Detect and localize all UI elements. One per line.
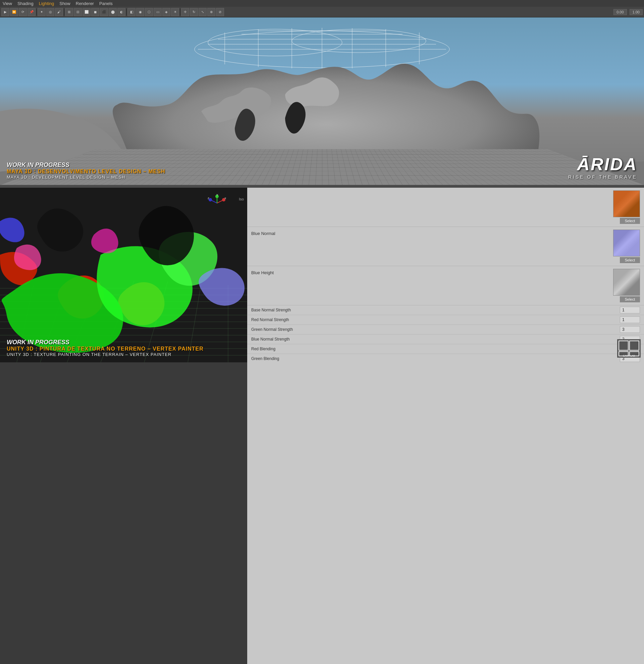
orange-thumb: [613, 190, 640, 217]
menu-shading[interactable]: Shading: [17, 1, 34, 6]
property-row: Green Normal Strength 3: [247, 325, 644, 334]
cylinder-icon[interactable]: ⬡: [145, 8, 153, 16]
property-label: Red Normal Strength: [251, 317, 620, 322]
material-icon[interactable]: ◐: [117, 8, 125, 16]
arida-subtitle: RISE OF THE BRAVE: [568, 174, 637, 180]
maya-toolbar: ▶ ⏩ ⟳ 📌 ✦ ◎ 🖌 ⊞ ⊟ ⬜ ◼ ⬛ ⬤ ◐ ◧ ◉ ⬡ ▭ ◈ ☀ …: [0, 7, 644, 17]
maya-overlay: WORK IN PROGRESS MAYA 3D : DESENVOLVIMEN…: [0, 149, 644, 185]
iso-label: Iso: [239, 197, 244, 201]
property-row: Blue Normal Strength 2: [247, 334, 644, 344]
maya-menubar: View Shading Lighting Show Renderer Pane…: [0, 0, 644, 7]
cube-icon[interactable]: ◧: [127, 8, 136, 16]
blue-height-thumb: [613, 269, 640, 296]
smooth-icon[interactable]: ⬛: [100, 8, 108, 16]
property-label: Red Blending: [251, 347, 620, 351]
unity-subtitle-orange: UNITY 3D : PINTURA DE TEXTURA NO TERRENO…: [7, 346, 241, 352]
unity-overlay: WORK IN PROGRESS UNITY 3D : PINTURA DE T…: [0, 333, 247, 362]
scale-icon[interactable]: ⤡: [199, 8, 207, 16]
blue-normal-select-button[interactable]: Select: [620, 257, 640, 263]
snap-icon[interactable]: ⊕: [207, 8, 215, 16]
property-label: Green Blending: [251, 356, 620, 361]
menu-panels[interactable]: Panels: [99, 1, 113, 6]
textured-icon[interactable]: ◼: [91, 8, 99, 16]
menu-show[interactable]: Show: [59, 1, 71, 6]
tool-icon-2[interactable]: ⏩: [10, 8, 18, 16]
separator-3: [126, 9, 127, 16]
move-icon[interactable]: ✛: [181, 8, 189, 16]
menu-view[interactable]: View: [3, 1, 12, 6]
panel-scroll[interactable]: Select Blue Normal Select Blue Height Se…: [247, 188, 644, 362]
separator-2: [64, 9, 64, 16]
maya-subtitle-orange: MAYA 3D : DESENVOLVIMENTO LEVEL DESIGN –…: [7, 169, 165, 174]
axis-svg: X Z Y: [207, 193, 227, 213]
property-row: Green Blending 3: [247, 354, 644, 362]
property-value: 3: [620, 326, 640, 333]
property-label: Green Normal Strength: [251, 327, 620, 332]
wip-label: WORK IN PROGRESS: [7, 162, 165, 169]
tool-icon-4[interactable]: 📌: [27, 8, 36, 16]
unity-viewport: X Z Y Iso WORK IN PROGRESS UNITY 3D : PI…: [0, 188, 247, 362]
rotate-icon[interactable]: ↻: [190, 8, 198, 16]
orange-label: [251, 190, 610, 192]
property-label: Blue Normal Strength: [251, 337, 620, 341]
light-icon[interactable]: ⬤: [109, 8, 117, 16]
lasso-icon[interactable]: ◎: [46, 8, 54, 16]
right-panel-extra: [247, 362, 644, 664]
unity-subtitle-white: UNITY 3D : TEXTURE PAINTING ON THE TERRA…: [7, 352, 241, 357]
menu-lighting[interactable]: Lighting: [39, 1, 54, 6]
maya-section: View Shading Lighting Show Renderer Pane…: [0, 0, 644, 188]
separator-4: [180, 9, 180, 16]
svg-text:GAME LAB: GAME LAB: [623, 355, 635, 357]
unity-section: X Z Y Iso WORK IN PROGRESS UNITY 3D : PI…: [0, 188, 247, 664]
nurbs-icon[interactable]: ◈: [162, 8, 170, 16]
grid-icon[interactable]: ⊞: [65, 8, 73, 16]
paint-icon[interactable]: 🖌: [55, 8, 63, 16]
blue-height-label: Blue Height: [251, 269, 610, 275]
property-label: Base Normal Strength: [251, 308, 620, 312]
svg-text:X: X: [224, 197, 226, 200]
value-input-2[interactable]: 1.00: [629, 9, 643, 15]
maya-viewport: WORK IN PROGRESS MAYA 3D : DESENVOLVIMEN…: [0, 17, 644, 185]
property-row: Red Blending 2: [247, 344, 644, 354]
property-row: Red Normal Strength 1: [247, 315, 644, 325]
property-rows: Base Normal Strength 1 Red Normal Streng…: [247, 305, 644, 362]
history-icon[interactable]: ⊘: [216, 8, 224, 16]
right-panel: Select Blue Normal Select Blue Height Se…: [247, 188, 644, 664]
arida-logo: ĀRIDA RISE OF THE BRAVE: [568, 154, 637, 180]
arida-title: ĀRIDA: [568, 154, 637, 174]
solid-icon[interactable]: ⬜: [82, 8, 90, 16]
tool-icon-3[interactable]: ⟳: [19, 8, 27, 16]
bottom-section: X Z Y Iso WORK IN PROGRESS UNITY 3D : PI…: [0, 188, 644, 664]
gamelab-logo: GAME LAB: [617, 339, 641, 359]
property-row: Base Normal Strength 1: [247, 305, 644, 315]
sphere-icon[interactable]: ◉: [136, 8, 144, 16]
blue-normal-thumb: [613, 230, 640, 256]
blue-height-slot: Blue Height Select: [247, 266, 644, 305]
orange-select-button[interactable]: Select: [620, 218, 640, 224]
value-input-1[interactable]: 0.00: [613, 9, 627, 15]
gamelab-logo-svg: GAME LAB: [617, 339, 641, 358]
separator-1: [36, 9, 37, 16]
unity-wip-label: WORK IN PROGRESS: [7, 339, 241, 346]
plane-icon[interactable]: ▭: [154, 8, 162, 16]
blue-normal-label: Blue Normal: [251, 230, 610, 236]
light2-icon[interactable]: ☀: [171, 8, 179, 16]
property-value: 1: [620, 307, 640, 313]
select-tool-icon[interactable]: ✦: [38, 8, 46, 16]
blue-height-select-button[interactable]: Select: [620, 296, 640, 302]
wireframe-icon[interactable]: ⊟: [74, 8, 82, 16]
property-value: 1: [620, 316, 640, 323]
tool-icon-1[interactable]: ▶: [1, 8, 9, 16]
maya-subtitle-white: MAYA 3D : DEVELOPMENT LEVEL DESIGN – MES…: [7, 174, 165, 180]
blue-normal-slot: Blue Normal Select: [247, 227, 644, 266]
svg-text:Z: Z: [208, 197, 209, 200]
orange-texture-slot: Select: [247, 188, 644, 227]
svg-text:Y: Y: [216, 193, 218, 196]
bottom-left-extra: [0, 362, 247, 664]
axis-widget: X Z Y: [207, 193, 227, 213]
menu-renderer[interactable]: Renderer: [76, 1, 94, 6]
